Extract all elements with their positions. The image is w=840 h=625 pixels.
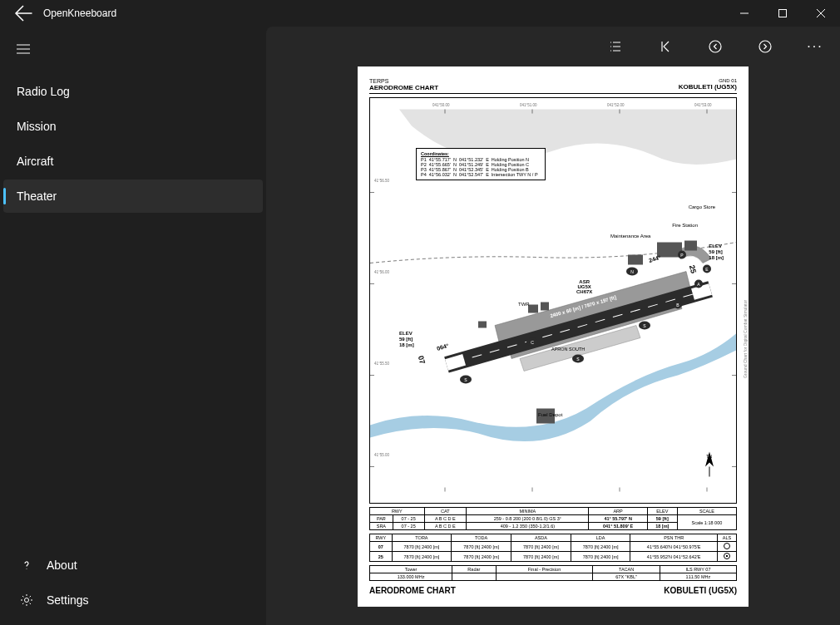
minimize-button[interactable] [725,0,763,27]
next-page-button[interactable] [757,38,773,55]
label-twr: TWR [518,302,530,307]
nav-about[interactable]: About [3,549,263,582]
svg-rect-10 [628,255,643,265]
doc-icao: KOBULETI (UG5X) [679,83,737,91]
svg-rect-12 [541,303,549,311]
back-button[interactable] [13,3,33,23]
main-panel: ··· TERPS AERODROME CHART GND 01 KOBULET… [266,27,840,625]
label-apron: APRON SOUTH [551,347,585,352]
aerodrome-map: A B E P N C S S S [369,97,737,504]
doc-side-text: Ground Chart for Digital Combat Simulato… [743,300,748,378]
nav-list: Radio Log Mission Aircraft Theater [0,73,266,214]
sidebar: Radio Log Mission Aircraft Theater About… [0,27,266,625]
label-cargo: Cargo Store [689,204,715,209]
svg-text:N: N [630,269,634,274]
svg-text:C: C [531,340,534,345]
label-maint: Maintenance Area [610,234,650,239]
nav-settings[interactable]: Settings [3,583,263,617]
label-ident: ASRUG5XCH67X [576,279,592,294]
svg-point-3 [759,41,771,52]
gear-icon [20,593,33,607]
close-button[interactable] [802,0,840,27]
svg-rect-13 [478,322,487,328]
doc-footer-left: AERODROME CHART [369,586,456,595]
prev-page-button[interactable] [707,38,724,55]
maximize-button[interactable] [763,0,802,27]
toolbar: ··· [266,27,840,66]
svg-rect-9 [684,241,697,251]
runway-table: RWYTORATODA ASDALDAPSN THRALS 077870 [ft… [369,534,737,562]
svg-point-1 [25,598,29,603]
first-page-button[interactable] [657,38,674,55]
nav-radio-log[interactable]: Radio Log [3,75,263,108]
nav-mission[interactable]: Mission [3,110,263,143]
label-fire: Fire Station [672,223,698,228]
help-icon [20,559,33,572]
svg-rect-0 [779,10,787,17]
more-button[interactable]: ··· [807,38,823,55]
hamburger-button[interactable] [0,33,266,66]
document-page: TERPS AERODROME CHART GND 01 KOBULETI (U… [358,66,749,607]
doc-footer-right: KOBULETI (UG5X) [664,586,737,595]
nav-theater[interactable]: Theater [3,180,263,213]
coords-table: P141°55.717'N041°51.232'EHolding Positio… [421,157,541,177]
titlebar: OpenKneeboard [0,0,840,27]
coordinates-box: Coordinates: P141°55.717'N041°51.232'EHo… [416,148,546,180]
nav-aircraft[interactable]: Aircraft [3,145,263,178]
coords-title: Coordinates: [421,151,541,156]
freq-table: TowerRadarFinal - Precision TACANILS RWY… [369,565,737,581]
app-title: OpenKneeboard [43,7,725,19]
list-view-button[interactable] [607,38,624,55]
doc-chart-type: AERODROME CHART [369,84,438,91]
label-elev-w: ELEV59 [ft]18 [m] [399,331,414,349]
nav-about-label: About [47,559,77,572]
info-table: RWY CAT MINIMA ARP ELEV SCALE PAR07 - 25… [369,507,737,530]
label-fuel: Fuel Depot [538,412,562,417]
label-elev-e: ELEV59 [ft]18 [m] [709,244,724,262]
nav-settings-label: Settings [47,593,89,607]
label-tn: TN [706,454,712,459]
svg-point-2 [709,41,721,52]
doc-terps: TERPS [369,78,438,84]
